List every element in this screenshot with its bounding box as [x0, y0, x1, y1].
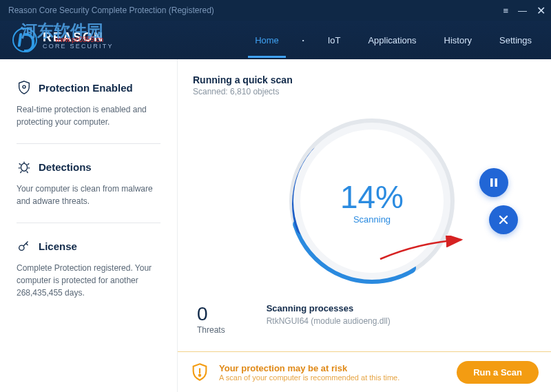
svg-point-0	[23, 85, 25, 88]
nav-settings[interactable]: Settings	[495, 23, 536, 58]
titlebar: Reason Core Security Complete Protection…	[0, 0, 551, 21]
detections-section: Detections Your computer is clean from m…	[17, 159, 160, 223]
detections-desc: Your computer is clean from malware and …	[17, 183, 160, 207]
process-value: RtkNGUI64 (module audioeng.dll)	[267, 316, 391, 326]
scan-title: Running a quick scan	[193, 74, 551, 85]
run-scan-button[interactable]: Run a Scan	[457, 361, 539, 384]
window-title: Reason Core Security Complete Protection…	[8, 6, 214, 15]
menu-icon[interactable]: ≡	[503, 6, 508, 16]
svg-point-2	[19, 245, 24, 250]
sidebar: Protection Enabled Real-time protection …	[0, 59, 178, 392]
risk-text: Your protection may be at risk A scan of…	[219, 363, 399, 382]
protection-desc: Real-time protection is enabled and prot…	[17, 103, 160, 128]
bug-icon	[17, 159, 32, 174]
license-title: License	[39, 240, 77, 252]
svg-rect-6	[495, 178, 498, 187]
warning-shield-icon	[190, 362, 209, 382]
progress-ring: 14% Scanning	[276, 105, 468, 298]
risk-title: Your protection may be at risk	[219, 363, 399, 373]
percent-value: 14%	[340, 178, 404, 216]
process-heading: Scanning processes	[267, 303, 391, 313]
pause-icon	[488, 177, 499, 188]
protection-section: Protection Enabled Real-time protection …	[17, 80, 160, 144]
svg-point-7	[199, 375, 200, 376]
pause-button[interactable]	[479, 168, 508, 197]
brand-name: REASON	[43, 31, 114, 43]
app-logo: REASON CORE SECURITY	[12, 28, 114, 52]
license-desc: Complete Protection registered. Your com…	[17, 262, 160, 299]
threats-label: Threats	[197, 325, 225, 335]
scan-subtitle: Scanned: 6,810 objects	[193, 87, 551, 96]
percent-label: Scanning	[353, 214, 391, 225]
nav-history[interactable]: History	[440, 23, 476, 58]
threats-count: 0	[197, 303, 225, 325]
close-icon[interactable]: ✕	[537, 4, 545, 17]
risk-banner: Your protection may be at risk A scan of…	[178, 351, 551, 392]
cancel-button[interactable]	[489, 205, 518, 234]
threats-counter: 0 Threats	[197, 303, 225, 335]
logo-mark-icon	[12, 28, 37, 52]
x-icon	[498, 214, 509, 225]
nav-separator-icon: •	[302, 37, 304, 43]
risk-subtitle: A scan of your computer is recommended a…	[219, 373, 399, 382]
key-icon	[17, 238, 32, 254]
nav-applications[interactable]: Applications	[364, 23, 420, 58]
shield-icon	[17, 80, 32, 95]
scan-stats: 0 Threats Scanning processes RtkNGUI64 (…	[193, 303, 551, 335]
nav-home[interactable]: Home	[251, 23, 283, 58]
progress-center: 14% Scanning	[300, 130, 444, 273]
content-body: Protection Enabled Real-time protection …	[0, 59, 551, 392]
window-controls: ≡ — ✕	[503, 4, 545, 17]
header: REASON CORE SECURITY Home • IoT Applicat…	[0, 21, 551, 59]
svg-rect-5	[490, 178, 493, 187]
current-process: Scanning processes RtkNGUI64 (module aud…	[267, 303, 391, 326]
brand-subtitle: CORE SECURITY	[43, 43, 114, 50]
main-panel: Running a quick scan Scanned: 6,810 obje…	[178, 59, 551, 392]
protection-title: Protection Enabled	[39, 82, 133, 94]
detections-title: Detections	[39, 161, 92, 173]
svg-point-1	[21, 163, 27, 171]
main-nav: Home • IoT Applications History Settings	[251, 23, 536, 58]
nav-iot[interactable]: IoT	[324, 23, 345, 58]
license-section: License Complete Protection registered. …	[17, 238, 160, 314]
minimize-icon[interactable]: —	[518, 6, 527, 16]
